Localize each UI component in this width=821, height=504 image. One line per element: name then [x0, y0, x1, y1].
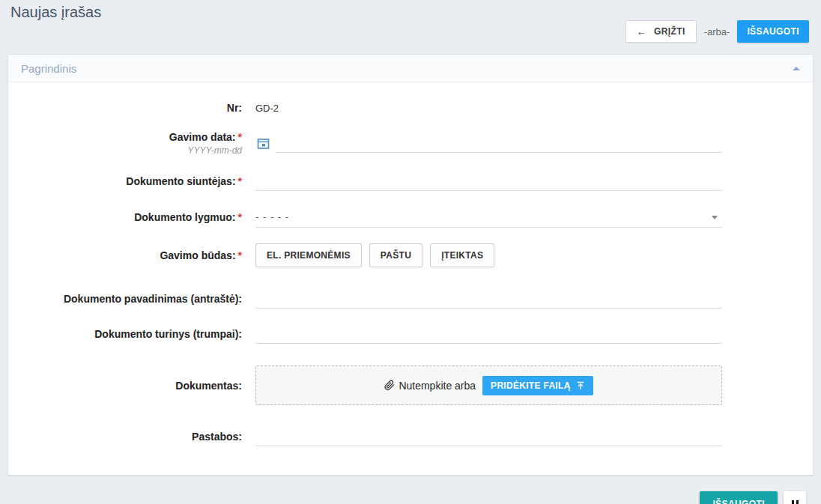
paperclip-icon	[384, 380, 395, 391]
row-dokumentas: Dokumentas: Nutempkite arba PRIDĖKITE FA…	[8, 365, 813, 405]
siuntejas-label: Dokumento siuntėjas:	[126, 175, 235, 187]
siuntejas-input[interactable]	[255, 171, 722, 191]
file-dropzone[interactable]: Nutempkite arba PRIDĖKITE FAILĄ	[255, 365, 722, 405]
upload-icon	[576, 381, 585, 390]
row-gavimo-budas: Gavimo būdas:* EL. PRIEMONĖMIS PAŠTU ĮTE…	[8, 243, 813, 267]
header-actions: ← GRĮŽTI -arba- IŠSAUGOTI	[625, 20, 809, 43]
row-lygmuo: Dokumento lygmuo:* - - - - -	[8, 207, 813, 228]
attach-file-label: PRIDĖKITE FAILĄ	[491, 380, 571, 391]
save-button-bottom[interactable]: IŠSAUGOTI	[700, 491, 778, 504]
save-button-top[interactable]: IŠSAUGOTI	[737, 20, 809, 43]
turinys-input[interactable]	[255, 324, 722, 344]
dropdown-caret-icon	[712, 216, 718, 219]
option-el-priemonemis[interactable]: EL. PRIEMONĖMIS	[255, 243, 362, 267]
attach-file-button[interactable]: PRIDĖKITE FAILĄ	[482, 376, 593, 395]
row-pavadinimas: Dokumento pavadinimas (antraštė):	[8, 289, 813, 309]
pavadinimas-input[interactable]	[255, 289, 722, 309]
pause-icon	[792, 500, 794, 504]
main-panel: Pagrindinis Nr: GD-2 Gavimo data:* YYYY-…	[7, 54, 814, 476]
gavimo-budas-label: Gavimo būdas:	[160, 249, 235, 261]
pastabos-label: Pastabos:	[192, 431, 242, 443]
required-asterisk: *	[238, 211, 242, 223]
footer-actions: IŠSAUGOTI	[0, 491, 806, 504]
gavimo-budas-options: EL. PRIEMONĖMIS PAŠTU ĮTEIKTAS	[255, 243, 722, 267]
required-asterisk: *	[238, 131, 242, 143]
dokumentas-label: Dokumentas:	[175, 380, 242, 392]
page-title: Naujas įrašas	[10, 4, 101, 21]
nr-value: GD-2	[255, 103, 279, 114]
lygmuo-selected-value: - - - - -	[255, 211, 289, 222]
back-button[interactable]: ← GRĮŽTI	[625, 20, 697, 43]
left-arrow-icon: ←	[637, 27, 647, 36]
pavadinimas-label: Dokumento pavadinimas (antraštė):	[64, 293, 242, 305]
page-header: Naujas įrašas ← GRĮŽTI -arba- IŠSAUGOTI	[0, 0, 821, 48]
calendar-icon[interactable]	[257, 137, 270, 150]
gavimo-data-input[interactable]	[276, 133, 722, 153]
dropzone-text: Nutempkite arba	[399, 380, 476, 392]
pause-button[interactable]	[784, 491, 806, 504]
back-button-label: GRĮŽTI	[654, 26, 685, 37]
pastabos-input[interactable]	[255, 427, 722, 446]
row-turinys: Dokumento turinys (trumpai):	[8, 324, 813, 344]
pause-icon	[796, 500, 799, 504]
collapse-caret-up-icon[interactable]	[793, 67, 800, 70]
or-separator-text: -arba-	[704, 26, 730, 37]
gavimo-data-label: Gavimo data:	[169, 131, 236, 143]
row-gavimo-data: Gavimo data:* YYYY-mm-dd	[8, 130, 813, 156]
lygmuo-select[interactable]: - - - - -	[255, 207, 722, 228]
turinys-label: Dokumento turinys (trumpai):	[94, 328, 242, 340]
lygmuo-label: Dokumento lygmuo:	[134, 211, 235, 223]
option-pastu[interactable]: PAŠTU	[369, 243, 422, 267]
required-asterisk: *	[238, 175, 242, 187]
panel-title: Pagrindinis	[21, 62, 76, 75]
panel-body: Nr: GD-2 Gavimo data:* YYYY-mm-dd	[8, 82, 813, 475]
row-siuntejas: Dokumento siuntėjas:*	[8, 171, 813, 191]
option-iteiktas[interactable]: ĮTEIKTAS	[430, 243, 494, 267]
panel-header[interactable]: Pagrindinis	[8, 55, 813, 82]
nr-label: Nr:	[227, 102, 242, 114]
row-pastabos: Pastabos:	[8, 427, 813, 446]
row-nr: Nr: GD-2	[8, 101, 813, 115]
required-asterisk: *	[238, 249, 242, 261]
date-format-hint: YYYY-mm-dd	[8, 145, 242, 156]
